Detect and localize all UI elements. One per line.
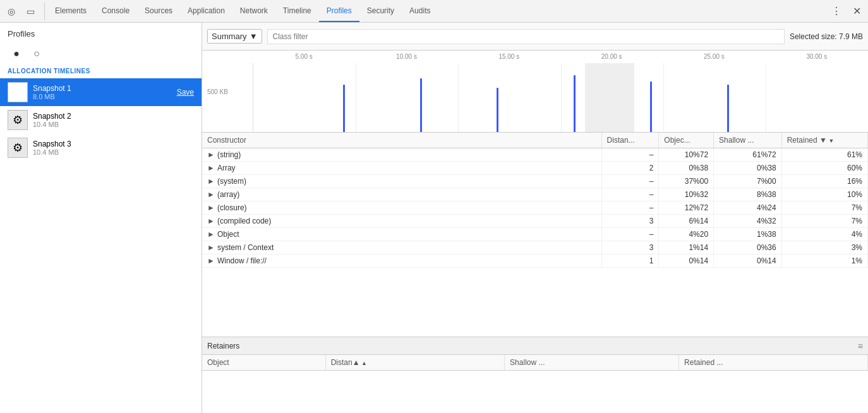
- constructor-cell: ►Window / file://: [202, 254, 601, 268]
- nav-tab-elements[interactable]: Elements: [47, 0, 94, 22]
- nav-tab-application[interactable]: Application: [180, 0, 232, 22]
- table-row[interactable]: ►Object–4%201%384%: [202, 228, 868, 241]
- shallow-cell: 4%32: [714, 215, 782, 228]
- objects-cell: 37%00: [659, 175, 714, 188]
- timeline-chart-area[interactable]: [253, 63, 868, 132]
- constructor-cell: ►(system): [202, 175, 601, 188]
- snapshot-info-1: Snapshot 18.0 MB: [33, 84, 172, 100]
- nav-tab-profiles[interactable]: Profiles: [319, 0, 359, 22]
- constructor-table: ConstructorDistan...Objec...Shallow ...R…: [202, 133, 868, 268]
- table-row[interactable]: ►(array)–10%328%3810%: [202, 188, 868, 201]
- table-header-1[interactable]: Distan...: [601, 133, 659, 148]
- selected-size-label: Selected size: 7.9 MB: [790, 32, 863, 41]
- snapshot-item-2[interactable]: ⚙Snapshot 210.4 MB: [0, 106, 202, 134]
- retainers-header-0[interactable]: Object: [202, 355, 325, 371]
- snapshot-info-2: Snapshot 210.4 MB: [33, 112, 194, 128]
- snapshot-size-1: 8.0 MB: [33, 93, 172, 100]
- tree-toggle[interactable]: ►: [207, 177, 215, 186]
- snapshot-item-1[interactable]: ⚙Snapshot 18.0 MBSave: [0, 78, 202, 106]
- timeline-time-label: 5.00 s: [253, 53, 355, 60]
- table-header-row: ConstructorDistan...Objec...Shallow ...R…: [202, 133, 868, 148]
- timeline-bar: [420, 78, 422, 132]
- snapshot-name-1: Snapshot 1: [33, 84, 172, 93]
- nav-tab-timeline[interactable]: Timeline: [275, 0, 319, 22]
- retainers-menu-icon[interactable]: ≡: [858, 341, 863, 351]
- snapshot-save-button[interactable]: Save: [177, 88, 194, 97]
- table-row[interactable]: ►Array20%380%3860%: [202, 162, 868, 175]
- tree-toggle[interactable]: ►: [207, 217, 215, 225]
- timeline-time-label: 15.00 s: [458, 53, 560, 60]
- more-options-button[interactable]: ⋮: [828, 3, 845, 20]
- snapshot-info-3: Snapshot 310.4 MB: [33, 140, 194, 156]
- table-row[interactable]: ►(string)–10%7261%7261%: [202, 148, 868, 162]
- table-row[interactable]: ►(compiled code)36%144%327%: [202, 215, 868, 228]
- summary-dropdown[interactable]: Summary ▼: [207, 29, 262, 44]
- tree-toggle[interactable]: ►: [207, 164, 215, 172]
- stop-button[interactable]: ○: [28, 46, 45, 61]
- shallow-cell: 61%72: [714, 148, 782, 162]
- tree-toggle[interactable]: ►: [207, 150, 215, 159]
- nav-tab-network[interactable]: Network: [232, 0, 275, 22]
- table-row[interactable]: ►(system)–37%007%0016%: [202, 175, 868, 188]
- data-table-container[interactable]: ConstructorDistan...Objec...Shallow ...R…: [202, 133, 868, 337]
- nav-icons: ◎ ▭: [3, 3, 45, 20]
- class-filter-input[interactable]: [267, 29, 785, 44]
- timeline-bar: [574, 75, 576, 132]
- table-header-3[interactable]: Shallow ...: [714, 133, 782, 148]
- snapshot-name-3: Snapshot 3: [33, 140, 194, 148]
- record-button[interactable]: ●: [8, 46, 25, 61]
- distance-cell: 3: [601, 241, 659, 254]
- retained-cell: 61%: [781, 148, 867, 162]
- nav-tab-audits[interactable]: Audits: [402, 0, 438, 22]
- table-header-0[interactable]: Constructor: [202, 133, 601, 148]
- snapshot-list: ⚙Snapshot 18.0 MBSave⚙Snapshot 210.4 MB⚙…: [0, 78, 202, 413]
- tree-toggle[interactable]: ►: [207, 203, 215, 212]
- table-header-4[interactable]: Retained ▼: [781, 133, 867, 148]
- nav-tab-sources[interactable]: Sources: [137, 0, 180, 22]
- shallow-cell: 0%14: [714, 254, 782, 268]
- cursor-icon[interactable]: ◎: [3, 3, 20, 20]
- objects-cell: 12%72: [659, 201, 714, 215]
- snapshot-size-2: 10.4 MB: [33, 121, 194, 128]
- retainers-header-2[interactable]: Shallow ...: [505, 355, 679, 371]
- devtools-nav: ◎ ▭ ElementsConsoleSourcesApplicationNet…: [0, 0, 868, 23]
- tree-toggle[interactable]: ►: [207, 190, 215, 199]
- timeline-grid-line: [458, 63, 459, 132]
- retainers-header-row: ObjectDistan▲Shallow ...Retained ...: [202, 355, 868, 371]
- timeline-bar: [650, 81, 652, 132]
- timeline-y-label: 500 KB: [207, 88, 228, 95]
- timeline-grid-line: [561, 63, 562, 132]
- distance-cell: –: [601, 148, 659, 162]
- retained-cell: 10%: [781, 188, 867, 201]
- nav-tab-console[interactable]: Console: [94, 0, 137, 22]
- timeline-labels: 5.00 s10.00 s15.00 s20.00 s25.00 s30.00 …: [253, 53, 868, 60]
- constructor-cell: ►Array: [202, 162, 601, 175]
- snapshot-item-3[interactable]: ⚙Snapshot 310.4 MB: [0, 134, 202, 162]
- retainers-table-container[interactable]: ObjectDistan▲Shallow ...Retained ...: [202, 355, 868, 413]
- snapshot-size-3: 10.4 MB: [33, 148, 194, 156]
- shallow-cell: 0%36: [714, 241, 782, 254]
- table-row[interactable]: ►Window / file://10%140%141%: [202, 254, 868, 268]
- retainers-table: ObjectDistan▲Shallow ...Retained ...: [202, 355, 868, 371]
- retainers-header-1[interactable]: Distan▲: [325, 355, 504, 371]
- tree-toggle[interactable]: ►: [207, 256, 215, 265]
- main-layout: Profiles ● ○ ALLOCATION TIMELINES ⚙Snaps…: [0, 23, 868, 413]
- distance-cell: 1: [601, 254, 659, 268]
- table-row[interactable]: ►system / Context31%140%363%: [202, 241, 868, 254]
- close-button[interactable]: ✕: [848, 3, 865, 20]
- shallow-cell: 8%38: [714, 188, 782, 201]
- retainers-header-3[interactable]: Retained ...: [679, 355, 868, 371]
- retained-cell: 3%: [781, 241, 867, 254]
- table-header-2[interactable]: Objec...: [659, 133, 714, 148]
- tree-toggle[interactable]: ►: [207, 243, 215, 252]
- timeline-container: 500 KB 5.00 s10.00 s15.00 s20.00 s25.00 …: [202, 51, 868, 133]
- tree-toggle[interactable]: ►: [207, 230, 215, 239]
- timeline-grid-line: [356, 63, 356, 132]
- shallow-cell: 0%38: [714, 162, 782, 175]
- nav-tab-security[interactable]: Security: [359, 0, 402, 22]
- sidebar: Profiles ● ○ ALLOCATION TIMELINES ⚙Snaps…: [0, 23, 202, 413]
- bottom-panel: Retainers ≡ ObjectDistan▲Shallow ...Reta…: [202, 337, 868, 413]
- table-row[interactable]: ►(closure)–12%724%247%: [202, 201, 868, 215]
- inspect-icon[interactable]: ▭: [21, 3, 39, 20]
- constructor-cell: ►Object: [202, 228, 601, 241]
